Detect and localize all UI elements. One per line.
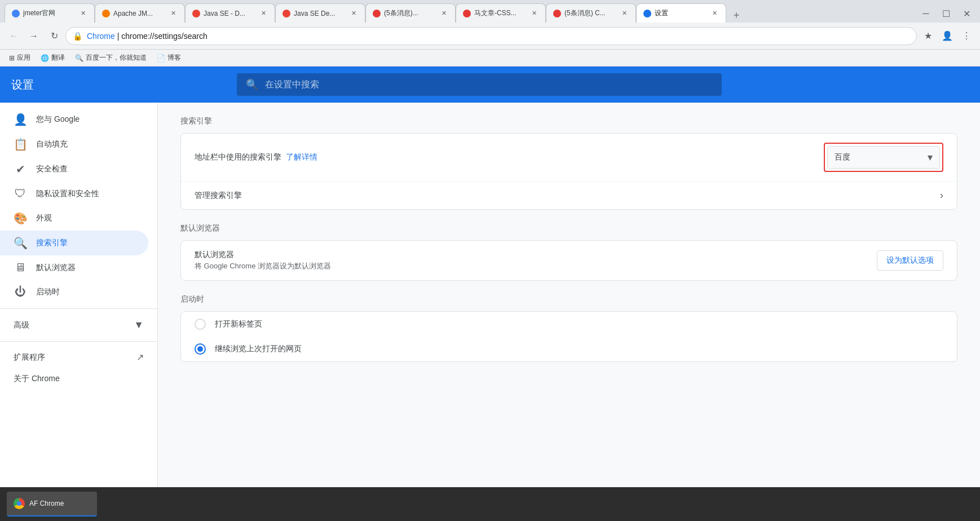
default-browser-section-title: 默认浏览器 [180, 223, 957, 233]
bookmarks-button[interactable]: ★ [919, 27, 937, 45]
sidebar-label-about: 关于 Chrome [14, 374, 60, 384]
forward-button[interactable]: → [25, 27, 43, 45]
sidebar-item-autofill[interactable]: 📋 自动填充 [0, 132, 148, 157]
sidebar-item-default-browser[interactable]: 🖥 默认浏览器 [0, 255, 148, 280]
sidebar-item-google[interactable]: 👤 您与 Google [0, 107, 148, 132]
external-link-icon: ↗ [136, 352, 144, 363]
blog-icon: 📄 [157, 54, 165, 62]
tab-msg1[interactable]: (5条消息)... ✕ [365, 3, 456, 23]
tab-favicon [192, 10, 200, 17]
tab-favicon [643, 10, 651, 17]
tab-jmeter[interactable]: jmeter官网 ✕ [5, 3, 95, 23]
tab-title: Java SE De... [294, 10, 346, 17]
radio-continue[interactable] [195, 343, 206, 355]
radio-new-tab[interactable] [195, 319, 206, 330]
sidebar-label-advanced: 高级 [14, 320, 29, 330]
tab-title: (5条消息)... [384, 8, 436, 18]
tab-close-icon[interactable]: ✕ [439, 9, 448, 18]
search-engine-dropdown-highlight: 百度 ▾ [824, 143, 943, 172]
tab-close-icon[interactable]: ✕ [710, 9, 719, 18]
person-icon: 👤 [14, 113, 27, 126]
sidebar-label-extensions: 扩展程序 [14, 352, 45, 363]
search-engine-section-title: 搜索引擎 [180, 116, 957, 126]
tab-close-icon[interactable]: ✕ [259, 9, 268, 18]
startup-option-continue[interactable]: 继续浏览上次打开的网页 [181, 337, 957, 361]
settings-page: 设置 🔍 👤 您与 Google 📋 自动填充 ✔ 安全检查 [0, 67, 980, 521]
manage-label: 管理搜索引擎 [195, 191, 940, 201]
settings-search-input[interactable] [265, 80, 713, 90]
sidebar-advanced[interactable]: 高级 ▼ [0, 314, 157, 337]
bookmark-baidu[interactable]: 🔍 百度一下，你就知道 [70, 52, 151, 64]
tab-close-icon[interactable]: ✕ [78, 9, 87, 18]
settings-search-bar[interactable]: 🔍 [237, 73, 722, 96]
startup-section-title: 启动时 [180, 294, 957, 304]
tab-favicon [553, 10, 561, 17]
default-browser-text: 默认浏览器 将 Google Chrome 浏览器设为默认浏览器 [195, 250, 877, 271]
sidebar-divider-2 [0, 341, 157, 342]
apps-icon: ⊞ [9, 54, 15, 62]
search-engine-select[interactable]: 百度 ▾ [827, 146, 940, 169]
sidebar-label-autofill: 自动填充 [36, 139, 68, 149]
dropdown-arrow-icon: ▾ [928, 151, 933, 164]
set-default-button[interactable]: 设为默认选项 [877, 250, 943, 271]
settings-header: 设置 🔍 [0, 67, 980, 103]
chrome-logo [14, 498, 25, 509]
privacy-icon: 🛡 [14, 187, 27, 200]
tab-title: (5条消息) C... [564, 8, 616, 18]
manage-arrow-icon: › [940, 189, 943, 201]
address-bar-text: 地址栏中使用的搜索引擎 了解详情 [195, 152, 824, 162]
tab-javase1[interactable]: Java SE - D... ✕ [185, 3, 275, 23]
tab-apache[interactable]: Apache JM... ✕ [95, 3, 185, 23]
tab-close-icon[interactable]: ✕ [349, 9, 358, 18]
address-text: Chrome | chrome://settings/search [87, 32, 910, 41]
tab-msg2[interactable]: (5条消息) C... ✕ [546, 3, 636, 23]
search-engine-icon: 🔍 [14, 236, 27, 250]
settings-body: 👤 您与 Google 📋 自动填充 ✔ 安全检查 🛡 隐私设置和安全性 🎨 [0, 103, 980, 521]
sidebar-item-search[interactable]: 🔍 搜索引擎 [0, 231, 148, 255]
close-button[interactable]: ✕ [957, 5, 975, 23]
address-bar-label: 地址栏中使用的搜索引擎 了解详情 [195, 152, 317, 161]
startup-option-new-tab[interactable]: 打开新标签页 [181, 312, 957, 337]
tab-javase2[interactable]: Java SE De... ✕ [275, 3, 365, 23]
bookmark-apps[interactable]: ⊞ 应用 [5, 52, 35, 64]
default-browser-action: 设为默认选项 [877, 250, 943, 271]
new-tab-button[interactable]: ＋ [729, 7, 744, 23]
tab-close-icon[interactable]: ✕ [529, 9, 538, 18]
appearance-icon: 🎨 [14, 211, 27, 225]
tab-favicon [282, 10, 290, 17]
default-browser-row: 默认浏览器 将 Google Chrome 浏览器设为默认浏览器 设为默认选项 [181, 241, 957, 280]
sidebar-item-privacy[interactable]: 🛡 隐私设置和安全性 [0, 182, 148, 206]
taskbar-label: AF Chrome [29, 500, 64, 507]
sidebar-item-startup[interactable]: ⏻ 启动时 [0, 280, 148, 304]
sidebar: 👤 您与 Google 📋 自动填充 ✔ 安全检查 🛡 隐私设置和安全性 🎨 [0, 103, 158, 521]
sidebar-about[interactable]: 关于 Chrome [0, 368, 148, 390]
tab-title: 马文章-CSS... [474, 8, 526, 18]
tab-close-icon[interactable]: ✕ [620, 9, 629, 18]
tab-close-icon[interactable]: ✕ [169, 9, 178, 18]
tab-mawen[interactable]: 马文章-CSS... ✕ [456, 3, 546, 23]
learn-more-link[interactable]: 了解详情 [286, 152, 317, 161]
tab-favicon [463, 10, 471, 17]
tab-settings[interactable]: 设置 ✕ [636, 3, 726, 23]
tab-favicon [12, 10, 20, 17]
sidebar-label-google: 您与 Google [36, 114, 80, 125]
sidebar-item-appearance[interactable]: 🎨 外观 [0, 206, 148, 231]
sidebar-label-appearance: 外观 [36, 213, 52, 223]
manage-search-engines-row[interactable]: 管理搜索引擎 › [181, 182, 957, 209]
toolbar-right: ★ 👤 ⋮ [919, 27, 975, 45]
sidebar-item-safety[interactable]: ✔ 安全检查 [0, 157, 148, 182]
tab-title: jmeter官网 [23, 8, 75, 18]
maximize-button[interactable]: ☐ [937, 5, 955, 23]
sidebar-extensions[interactable]: 扩展程序 ↗ [0, 346, 157, 368]
bookmark-translate[interactable]: 🌐 翻译 [36, 52, 69, 64]
profile-button[interactable]: 👤 [938, 27, 956, 45]
bookmark-label: 应用 [17, 53, 30, 63]
taskbar-chrome-item[interactable]: AF Chrome [7, 492, 97, 516]
bookmark-blog[interactable]: 📄 博客 [152, 52, 186, 64]
back-button[interactable]: ← [5, 27, 23, 45]
menu-button[interactable]: ⋮ [957, 27, 975, 45]
address-bar[interactable]: 🔒 Chrome | chrome://settings/search [65, 27, 917, 45]
reload-button[interactable]: ↻ [45, 27, 63, 45]
browser-frame: jmeter官网 ✕ Apache JM... ✕ Java SE - D...… [0, 0, 980, 521]
minimize-button[interactable]: ─ [917, 5, 935, 23]
